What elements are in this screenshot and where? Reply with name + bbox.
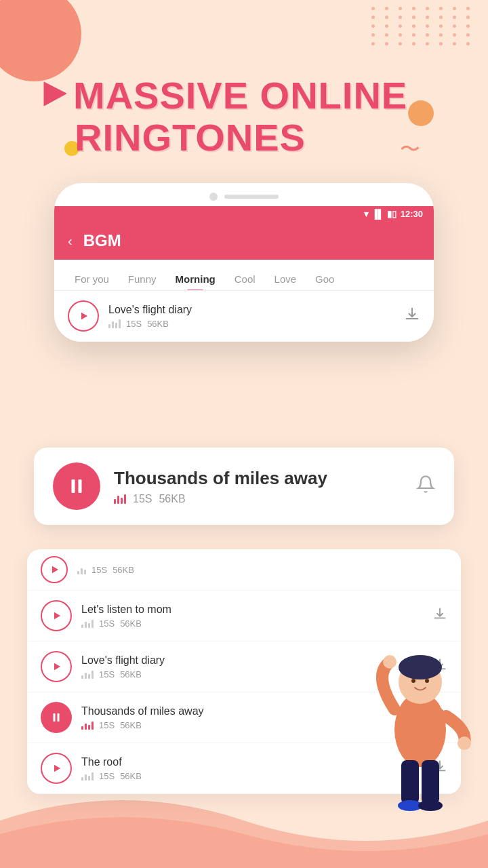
big-song-duration: 15S — [133, 493, 152, 505]
partial-song-meta: 15S 56KB — [77, 565, 447, 575]
bars-listen-to-mom — [81, 618, 94, 628]
phone-speaker — [224, 195, 279, 199]
play-icon-hero — [41, 79, 68, 112]
svg-marker-6 — [54, 663, 60, 671]
big-playing-section: Thousands of miles away 15S 56KB — [34, 448, 454, 525]
phone-play-button[interactable] — [68, 300, 99, 332]
tab-for-you[interactable]: For you — [65, 268, 119, 290]
svg-point-14 — [458, 736, 471, 750]
tab-morning[interactable]: Morning — [166, 268, 225, 290]
bars-loves-flight-diary — [81, 669, 94, 679]
phone-song-item: Love's flight diary 15S 56KB — [54, 291, 434, 342]
bars-icon — [108, 319, 121, 328]
bars-thousands-miles — [81, 720, 94, 730]
character-illustration — [352, 621, 488, 827]
app-title: BGM — [83, 231, 121, 250]
svg-marker-0 — [44, 82, 66, 106]
svg-point-13 — [383, 655, 396, 669]
hero-section: MASSIVE ONLINE RINGTONES — [41, 75, 407, 158]
big-song-title: Thousands of miles away — [114, 468, 403, 489]
battery-icon: ▮▯ — [387, 209, 396, 219]
back-arrow-icon[interactable]: ‹ — [68, 233, 73, 249]
big-bell-button[interactable] — [416, 475, 435, 498]
play-button-loves-flight-diary[interactable] — [41, 651, 72, 682]
phone-song-title: Love's flight diary — [108, 304, 394, 316]
phone-song-meta: 15S 56KB — [108, 319, 394, 329]
partial-song-info: 15S 56KB — [77, 565, 447, 575]
play-button-listen-to-mom[interactable] — [41, 600, 72, 631]
svg-rect-3 — [79, 479, 82, 493]
time-display: 12:30 — [401, 209, 423, 219]
signal-icon: ▐▌ — [371, 209, 384, 219]
svg-point-19 — [411, 679, 415, 683]
big-song-info: Thousands of miles away 15S 56KB — [114, 468, 403, 505]
phone-mockup: ▾ ▐▌ ▮▯ 12:30 ‹ BGM For you Funny Mornin… — [54, 183, 434, 342]
phone-camera — [209, 193, 218, 201]
hero-text-line1: MASSIVE ONLINE — [73, 75, 407, 117]
status-bar: ▾ ▐▌ ▮▯ 12:30 — [54, 206, 434, 222]
bg-circle-top-left — [0, 0, 81, 81]
big-pause-button[interactable] — [53, 462, 100, 510]
svg-rect-8 — [58, 713, 60, 722]
app-header: ‹ BGM — [54, 222, 434, 260]
tab-funny[interactable]: Funny — [119, 268, 166, 290]
tab-cool[interactable]: Cool — [225, 268, 265, 290]
playing-bars-icon — [114, 494, 126, 504]
svg-rect-2 — [72, 479, 75, 493]
svg-rect-7 — [54, 713, 56, 722]
big-song-size: 56KB — [159, 493, 185, 505]
big-song-meta: 15S 56KB — [114, 493, 403, 505]
bg-orange-circle — [408, 100, 434, 126]
svg-rect-16 — [422, 760, 439, 804]
phone-song-duration: 15S — [126, 319, 142, 329]
play-button-the-roof[interactable] — [41, 753, 72, 784]
bg-dots-top-right — [371, 7, 474, 45]
svg-marker-4 — [52, 566, 58, 574]
hero-text-line2: RINGTONES — [75, 117, 407, 159]
svg-point-18 — [418, 800, 443, 811]
song-title-listen-to-mom: Let's listen to mom — [81, 604, 423, 616]
tab-love[interactable]: Love — [265, 268, 306, 290]
phone-download-button[interactable] — [404, 306, 420, 326]
phone-top-bar — [54, 183, 434, 206]
svg-marker-5 — [54, 612, 60, 620]
status-icons: ▾ ▐▌ ▮▯ — [364, 209, 396, 219]
svg-point-12 — [399, 655, 442, 679]
svg-rect-15 — [401, 760, 419, 804]
wifi-icon: ▾ — [364, 209, 369, 219]
phone-song-info: Love's flight diary 15S 56KB — [108, 304, 394, 329]
pause-button-thousands-miles[interactable] — [41, 702, 72, 733]
svg-point-20 — [425, 679, 429, 683]
svg-marker-1 — [81, 313, 87, 320]
partial-play-button[interactable] — [41, 556, 68, 583]
partial-bars-icon — [77, 565, 86, 574]
bars-the-roof — [81, 771, 94, 781]
svg-marker-9 — [54, 765, 60, 772]
partial-song-item: 15S 56KB — [27, 549, 461, 591]
tab-goo[interactable]: Goo — [306, 268, 344, 290]
tabs-container: For you Funny Morning Cool Love Goo — [54, 260, 434, 291]
phone-song-size: 56KB — [147, 319, 169, 329]
